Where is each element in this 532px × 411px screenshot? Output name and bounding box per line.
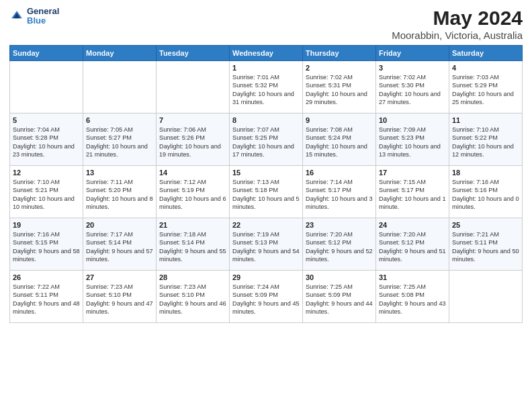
day-number: 6 xyxy=(86,116,153,124)
day-number: 17 xyxy=(379,169,446,177)
day-cell: 6Sunrise: 7:05 AM Sunset: 5:27 PM Daylig… xyxy=(83,113,157,166)
day-info: Sunrise: 7:12 AM Sunset: 5:19 PM Dayligh… xyxy=(159,178,226,212)
day-info: Sunrise: 7:16 AM Sunset: 5:16 PM Dayligh… xyxy=(452,178,519,212)
day-cell: 12Sunrise: 7:10 AM Sunset: 5:21 PM Dayli… xyxy=(10,166,83,218)
day-cell: 9Sunrise: 7:08 AM Sunset: 5:24 PM Daylig… xyxy=(303,113,376,166)
week-row-4: 26Sunrise: 7:22 AM Sunset: 5:11 PM Dayli… xyxy=(10,271,523,323)
day-number: 20 xyxy=(86,221,153,229)
day-number: 11 xyxy=(452,116,519,124)
day-info: Sunrise: 7:01 AM Sunset: 5:32 PM Dayligh… xyxy=(232,73,300,107)
weekday-friday: Friday xyxy=(376,46,449,61)
day-info: Sunrise: 7:22 AM Sunset: 5:11 PM Dayligh… xyxy=(13,283,80,316)
day-cell: 23Sunrise: 7:20 AM Sunset: 5:12 PM Dayli… xyxy=(303,218,376,271)
day-cell: 21Sunrise: 7:18 AM Sunset: 5:14 PM Dayli… xyxy=(157,218,230,271)
day-info: Sunrise: 7:19 AM Sunset: 5:13 PM Dayligh… xyxy=(232,230,300,264)
day-cell: 10Sunrise: 7:09 AM Sunset: 5:23 PM Dayli… xyxy=(376,113,449,166)
weekday-header-row: SundayMondayTuesdayWednesdayThursdayFrid… xyxy=(10,46,523,61)
day-number: 22 xyxy=(232,221,300,229)
day-info: Sunrise: 7:08 AM Sunset: 5:24 PM Dayligh… xyxy=(306,126,373,159)
weekday-saturday: Saturday xyxy=(449,46,523,61)
day-info: Sunrise: 7:15 AM Sunset: 5:17 PM Dayligh… xyxy=(379,178,446,212)
day-cell: 11Sunrise: 7:10 AM Sunset: 5:22 PM Dayli… xyxy=(449,113,523,166)
day-cell: 29Sunrise: 7:24 AM Sunset: 5:09 PM Dayli… xyxy=(230,271,303,323)
day-cell: 27Sunrise: 7:23 AM Sunset: 5:10 PM Dayli… xyxy=(83,271,157,323)
day-number: 8 xyxy=(232,116,300,124)
day-info: Sunrise: 7:25 AM Sunset: 5:08 PM Dayligh… xyxy=(379,283,446,316)
day-cell: 30Sunrise: 7:25 AM Sunset: 5:09 PM Dayli… xyxy=(303,271,376,323)
day-info: Sunrise: 7:05 AM Sunset: 5:27 PM Dayligh… xyxy=(86,126,153,159)
day-cell: 4Sunrise: 7:03 AM Sunset: 5:29 PM Daylig… xyxy=(449,61,523,113)
day-info: Sunrise: 7:24 AM Sunset: 5:09 PM Dayligh… xyxy=(232,283,300,316)
day-cell: 7Sunrise: 7:06 AM Sunset: 5:26 PM Daylig… xyxy=(157,113,230,166)
day-info: Sunrise: 7:02 AM Sunset: 5:31 PM Dayligh… xyxy=(306,73,373,107)
day-number: 18 xyxy=(452,169,519,177)
day-info: Sunrise: 7:18 AM Sunset: 5:14 PM Dayligh… xyxy=(159,230,226,264)
day-cell: 24Sunrise: 7:20 AM Sunset: 5:12 PM Dayli… xyxy=(376,218,449,271)
week-row-2: 12Sunrise: 7:10 AM Sunset: 5:21 PM Dayli… xyxy=(10,166,523,218)
day-number: 30 xyxy=(306,273,373,281)
day-cell: 14Sunrise: 7:12 AM Sunset: 5:19 PM Dayli… xyxy=(157,166,230,218)
day-number: 1 xyxy=(232,64,300,72)
day-cell: 22Sunrise: 7:19 AM Sunset: 5:13 PM Dayli… xyxy=(230,218,303,271)
day-info: Sunrise: 7:21 AM Sunset: 5:11 PM Dayligh… xyxy=(452,230,519,264)
day-number: 24 xyxy=(379,221,446,229)
day-info: Sunrise: 7:14 AM Sunset: 5:17 PM Dayligh… xyxy=(306,178,373,212)
day-number: 23 xyxy=(306,221,373,229)
calendar-title: May 2024 xyxy=(392,7,523,30)
day-cell: 20Sunrise: 7:17 AM Sunset: 5:14 PM Dayli… xyxy=(83,218,157,271)
day-number: 7 xyxy=(159,116,226,124)
day-info: Sunrise: 7:16 AM Sunset: 5:15 PM Dayligh… xyxy=(13,230,80,264)
day-number: 31 xyxy=(379,273,446,281)
day-number: 26 xyxy=(13,273,80,281)
day-info: Sunrise: 7:03 AM Sunset: 5:29 PM Dayligh… xyxy=(452,73,519,107)
day-number: 29 xyxy=(232,273,300,281)
day-number: 15 xyxy=(232,169,300,177)
day-info: Sunrise: 7:10 AM Sunset: 5:21 PM Dayligh… xyxy=(13,178,80,212)
day-cell: 19Sunrise: 7:16 AM Sunset: 5:15 PM Dayli… xyxy=(10,218,83,271)
day-info: Sunrise: 7:10 AM Sunset: 5:22 PM Dayligh… xyxy=(452,126,519,159)
day-number: 28 xyxy=(159,273,226,281)
day-cell: 17Sunrise: 7:15 AM Sunset: 5:17 PM Dayli… xyxy=(376,166,449,218)
day-info: Sunrise: 7:23 AM Sunset: 5:10 PM Dayligh… xyxy=(86,283,153,316)
day-info: Sunrise: 7:20 AM Sunset: 5:12 PM Dayligh… xyxy=(379,230,446,264)
day-cell: 5Sunrise: 7:04 AM Sunset: 5:28 PM Daylig… xyxy=(10,113,83,166)
day-cell xyxy=(157,61,230,113)
weekday-wednesday: Wednesday xyxy=(230,46,303,61)
day-info: Sunrise: 7:20 AM Sunset: 5:12 PM Dayligh… xyxy=(306,230,373,264)
logo-text: General Blue xyxy=(27,7,59,26)
day-cell xyxy=(83,61,157,113)
weekday-sunday: Sunday xyxy=(10,46,83,61)
day-number: 9 xyxy=(306,116,373,124)
day-number: 3 xyxy=(379,64,446,72)
header: General Blue May 2024 Moorabbin, Victori… xyxy=(9,7,523,41)
day-cell: 13Sunrise: 7:11 AM Sunset: 5:20 PM Dayli… xyxy=(83,166,157,218)
day-cell: 16Sunrise: 7:14 AM Sunset: 5:17 PM Dayli… xyxy=(303,166,376,218)
day-number: 5 xyxy=(13,116,80,124)
day-cell: 1Sunrise: 7:01 AM Sunset: 5:32 PM Daylig… xyxy=(230,61,303,113)
day-number: 2 xyxy=(306,64,373,72)
day-number: 10 xyxy=(379,116,446,124)
day-number: 4 xyxy=(452,64,519,72)
day-cell: 3Sunrise: 7:02 AM Sunset: 5:30 PM Daylig… xyxy=(376,61,449,113)
day-cell: 25Sunrise: 7:21 AM Sunset: 5:11 PM Dayli… xyxy=(449,218,523,271)
day-number: 13 xyxy=(86,169,153,177)
day-info: Sunrise: 7:13 AM Sunset: 5:18 PM Dayligh… xyxy=(232,178,300,212)
day-cell: 15Sunrise: 7:13 AM Sunset: 5:18 PM Dayli… xyxy=(230,166,303,218)
day-number: 12 xyxy=(13,169,80,177)
day-number: 19 xyxy=(13,221,80,229)
logo-line2: Blue xyxy=(27,16,59,26)
weekday-tuesday: Tuesday xyxy=(157,46,230,61)
page: General Blue May 2024 Moorabbin, Victori… xyxy=(0,0,532,411)
day-cell: 31Sunrise: 7:25 AM Sunset: 5:08 PM Dayli… xyxy=(376,271,449,323)
day-info: Sunrise: 7:07 AM Sunset: 5:25 PM Dayligh… xyxy=(232,126,300,159)
day-cell: 8Sunrise: 7:07 AM Sunset: 5:25 PM Daylig… xyxy=(230,113,303,166)
day-info: Sunrise: 7:04 AM Sunset: 5:28 PM Dayligh… xyxy=(13,126,80,159)
day-info: Sunrise: 7:02 AM Sunset: 5:30 PM Dayligh… xyxy=(379,73,446,107)
day-info: Sunrise: 7:06 AM Sunset: 5:26 PM Dayligh… xyxy=(159,126,226,159)
week-row-1: 5Sunrise: 7:04 AM Sunset: 5:28 PM Daylig… xyxy=(10,113,523,166)
day-cell xyxy=(449,271,523,323)
day-cell: 28Sunrise: 7:23 AM Sunset: 5:10 PM Dayli… xyxy=(157,271,230,323)
day-number: 27 xyxy=(86,273,153,281)
day-cell xyxy=(10,61,83,113)
weekday-monday: Monday xyxy=(83,46,157,61)
